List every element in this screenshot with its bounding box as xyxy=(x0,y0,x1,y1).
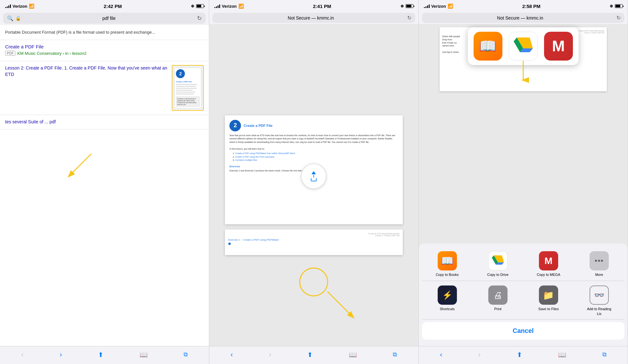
save-to-files-action[interactable]: 📁 Save to Files xyxy=(536,285,561,316)
result-item-1[interactable]: Create a PDF File PDF KM Music Conservat… xyxy=(0,40,209,61)
books-share-icon: 📖 xyxy=(438,251,457,270)
bottom-nav-3: ‹ › ⬆︎ 📖 ⧉ xyxy=(419,346,628,364)
panel-share-sheet: Verizon 📶 2:58 PM ⊕ Not Secure — kmmc.in… xyxy=(419,0,628,364)
share-button-2[interactable] xyxy=(301,163,326,189)
reload-button[interactable]: ↻ xyxy=(197,15,202,22)
bookmarks-button-2[interactable]: 📖 xyxy=(349,351,357,359)
address-bar-1[interactable]: 🔍 🔒 pdf file ↻ xyxy=(3,13,206,24)
share-upload-icon xyxy=(311,171,317,181)
result-thumbnail: 2 Create a PDF File Exercise 1 and Exerc… xyxy=(172,65,204,111)
back-button-3[interactable]: ‹ xyxy=(440,351,442,359)
back-button-2[interactable]: ‹ xyxy=(231,351,233,359)
yellow-circle-annotation xyxy=(299,268,328,296)
carrier-label-3: Verizon xyxy=(431,4,446,9)
mega-app-icon-large[interactable]: M xyxy=(544,32,573,61)
svg-line-0 xyxy=(69,154,91,176)
add-reading-list-label: Add to Reading Lis xyxy=(586,307,612,316)
forward-button[interactable]: › xyxy=(60,351,62,359)
add-reading-list-action[interactable]: 👓 Add to Reading Lis xyxy=(586,285,612,316)
page-footer: Create an ETD Using Adobe AcrobatLesson … xyxy=(228,233,399,236)
pdf-page-title: Create a PDF File xyxy=(244,124,272,128)
location-icon-3: ⊕ xyxy=(610,4,613,8)
cancel-button[interactable]: Cancel xyxy=(422,322,624,340)
page-number-circle: 2 xyxy=(229,120,241,131)
copy-to-drive[interactable]: Copy to Drive xyxy=(485,251,511,277)
annotation-arrow-2 xyxy=(324,288,363,327)
battery-icon-2 xyxy=(406,4,413,8)
result-item-2: Lesson 2: Create a PDF File. 1. Create a… xyxy=(0,61,209,115)
signal-icon-2 xyxy=(214,4,220,8)
pdf-badge: PDF xyxy=(5,51,15,56)
drive-icon-svg xyxy=(514,37,533,55)
copy-to-mega[interactable]: M Copy to MEGA xyxy=(536,251,561,277)
time-label-2: 2:41 PM xyxy=(313,4,331,9)
carrier-label: Verizon xyxy=(12,4,27,9)
share-button[interactable]: ⬆︎ xyxy=(98,351,103,359)
reload-button-2[interactable]: ↻ xyxy=(407,15,411,21)
panel-pdf-viewer: Verizon 📶 2:41 PM ⊕ Not Secure — kmmc.in… xyxy=(209,0,418,364)
bookmarks-button[interactable]: 📖 xyxy=(140,351,148,359)
mega-share-icon: M xyxy=(539,251,558,270)
copy-to-drive-label: Copy to Drive xyxy=(487,272,508,277)
signal-icon xyxy=(5,4,11,8)
tabs-button[interactable]: ⧉ xyxy=(184,351,188,358)
print-action[interactable]: 🖨 Print xyxy=(485,285,511,316)
action-row: ⚡ Shortcuts 🖨 Print 📁 xyxy=(422,281,624,319)
share-btn-nav-3[interactable]: ⬆︎ xyxy=(517,351,522,359)
result-domain: KM Music Conservatory › in › lesson2 xyxy=(17,51,87,56)
copy-to-books-label: Copy to Books xyxy=(436,272,459,277)
more-dots-icon: ••• xyxy=(595,256,604,265)
exercise-desc: 🔵 xyxy=(228,243,399,245)
battery-icon xyxy=(196,4,204,8)
pdf-exercise-label: Exercise 1 ~ Create a PDF Using PDFMaker xyxy=(228,238,399,241)
address-bar-2[interactable]: Not Secure — kmmc.in ↻ xyxy=(212,13,415,23)
search-results: Portable Document Format (PDF) is a file… xyxy=(0,25,209,346)
more-share-icon: ••• xyxy=(590,251,609,270)
pdf-viewer: 2 Create a PDF File Now that you've seen… xyxy=(209,24,418,346)
books-app-icon-large[interactable]: 📖 xyxy=(474,32,502,61)
status-bar-1: Verizon 📶 2:42 PM ⊕ xyxy=(0,0,209,12)
tabs-button-2[interactable]: ⧉ xyxy=(393,351,397,358)
bookmarks-button-3[interactable]: 📖 xyxy=(558,351,566,359)
result-description: Portable Document Format (PDF) is a file… xyxy=(0,25,209,40)
tabs-button-3[interactable]: ⧉ xyxy=(602,351,607,358)
result-title-1[interactable]: Create a PDF File xyxy=(5,44,204,49)
more-share[interactable]: ••• More xyxy=(586,251,612,277)
mega-icon-share: M xyxy=(544,255,552,266)
reload-button-3[interactable]: ↻ xyxy=(616,15,621,21)
location-icon: ⊕ xyxy=(191,4,194,8)
share-btn-nav-2[interactable]: ⬆︎ xyxy=(307,351,313,359)
result-item-3[interactable]: tes several Suite of ... pdf xyxy=(0,115,209,129)
books-icon-large: 📖 xyxy=(479,39,497,53)
forward-button-3[interactable]: › xyxy=(478,351,481,359)
shortcuts-action[interactable]: ⚡ Shortcuts xyxy=(434,285,460,316)
status-bar-3: Verizon 📶 2:58 PM ⊕ xyxy=(419,0,628,12)
search-icon: 🔍 xyxy=(7,15,13,21)
battery-icon-3 xyxy=(615,4,623,8)
address-bar-3[interactable]: Not Secure — kmmc.in ↻ xyxy=(422,13,624,23)
back-button[interactable]: ‹ xyxy=(21,351,23,359)
status-bar-2: Verizon 📶 2:41 PM ⊕ xyxy=(209,0,418,12)
copy-to-mega-label: Copy to MEGA xyxy=(537,272,560,277)
books-icon-share: 📖 xyxy=(441,255,454,267)
time-label: 2:42 PM xyxy=(103,4,122,9)
forward-button-2[interactable]: › xyxy=(269,351,271,359)
drive-app-icon-large[interactable] xyxy=(509,32,538,61)
lock-icon: 🔒 xyxy=(15,16,21,21)
annotation-arrow-1 xyxy=(59,151,123,184)
wifi-icon-2: 📶 xyxy=(238,4,244,9)
drive-share-icon xyxy=(488,251,508,270)
glasses-icon: 👓 xyxy=(594,290,604,300)
search-input[interactable]: pdf file xyxy=(23,16,195,21)
drive-icon-share xyxy=(492,255,504,266)
save-files-icon: 📁 xyxy=(539,285,558,305)
url-text-3: Not Secure — kmmc.in xyxy=(426,15,615,21)
copy-to-books[interactable]: 📖 Copy to Books xyxy=(434,251,460,277)
more-label: More xyxy=(595,272,603,277)
mega-icon-large: M xyxy=(552,38,565,54)
save-to-files-label: Save to Files xyxy=(538,307,559,311)
share-apps-row: 📖 Copy to Books Copy t xyxy=(422,249,624,281)
print-label: Print xyxy=(494,307,501,311)
folder-icon: 📁 xyxy=(543,290,554,301)
wifi-icon: 📶 xyxy=(29,4,34,9)
